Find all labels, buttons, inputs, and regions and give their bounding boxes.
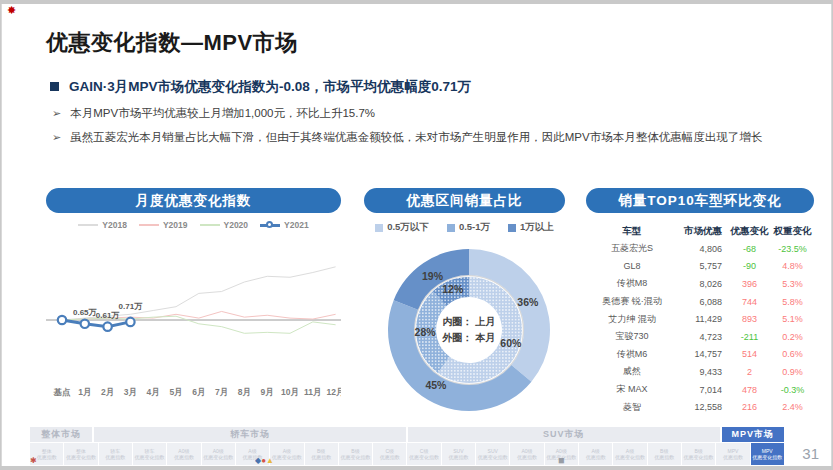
footer-group-MPV市场[interactable]: MPV市场 bbox=[722, 427, 784, 442]
model-name: 宋 MAX bbox=[586, 383, 678, 396]
footer-tab-B级-优惠变化指数[interactable]: B级优惠变化指数 bbox=[682, 443, 715, 465]
donut-legend: 0.5万以下0.5-1万1万以上 bbox=[364, 221, 565, 234]
footer-tab-轿车-优惠指数[interactable]: 轿车优惠指数 bbox=[99, 443, 132, 465]
market-discount: 7,014 bbox=[678, 385, 728, 395]
svg-text:60%: 60% bbox=[500, 337, 522, 349]
footer-tab-整体-优惠变化指数[interactable]: 整体优惠变化指数 bbox=[64, 443, 97, 465]
weight-change: 5.3% bbox=[771, 279, 814, 289]
line-legend-swatch-icon bbox=[139, 224, 159, 226]
discount-change: -90 bbox=[728, 261, 771, 271]
footer-tab-line2: 优惠指数 bbox=[243, 454, 263, 460]
headline-row: GAIN·3月MPV市场优惠变化指数为-0.08，市场平均优惠幅度0.71万 bbox=[50, 78, 471, 96]
footer-tab-B级-优惠变化指数[interactable]: B级优惠变化指数 bbox=[339, 443, 372, 465]
svg-text:4月: 4月 bbox=[147, 387, 160, 397]
footer-tab-A0级-优惠指数[interactable]: A0级优惠指数 bbox=[510, 443, 543, 465]
footer-tab-SUV-优惠变化指数[interactable]: SUV优惠变化指数 bbox=[476, 443, 509, 465]
footer-tab-line2: 优惠指数 bbox=[174, 454, 194, 460]
discount-change: 514 bbox=[728, 349, 771, 359]
line-legend-item: Y2021 bbox=[260, 220, 309, 230]
footer-tab-C级-优惠变化指数[interactable]: C级优惠变化指数 bbox=[407, 443, 440, 465]
footer-tab-MPV-优惠变化指数[interactable]: MPV优惠变化指数 bbox=[751, 443, 784, 465]
line-legend-swatch-icon bbox=[78, 224, 98, 226]
svg-text:12月: 12月 bbox=[327, 387, 341, 397]
table-row: 奥德赛 锐·混动6,0887445.8% bbox=[586, 293, 814, 311]
model-name: 传祺M6 bbox=[586, 348, 678, 361]
discount-change: 2 bbox=[728, 367, 771, 377]
table-row: 威然9,43320.9% bbox=[586, 363, 814, 381]
model-name: 奥德赛 锐·混动 bbox=[586, 295, 678, 308]
line-legend-label: Y2021 bbox=[284, 220, 309, 230]
table-row: 宋 MAX7,014478-0.3% bbox=[586, 381, 814, 399]
svg-text:7月: 7月 bbox=[215, 387, 228, 397]
discount-change: -68 bbox=[728, 244, 771, 254]
svg-text:3月: 3月 bbox=[124, 387, 137, 397]
footer-tab-A0级-优惠变化指数[interactable]: A0级优惠变化指数 bbox=[545, 443, 578, 465]
footer-tab-A级-优惠变化指数[interactable]: A级优惠变化指数 bbox=[270, 443, 303, 465]
market-discount: 8,026 bbox=[678, 279, 728, 289]
footer-tab-SUV-优惠指数[interactable]: SUV优惠指数 bbox=[442, 443, 475, 465]
svg-text:6月: 6月 bbox=[192, 387, 205, 397]
footer-tab-A级-优惠指数[interactable]: A级优惠指数 bbox=[236, 443, 269, 465]
svg-text:10月: 10月 bbox=[281, 387, 299, 397]
model-name: GL8 bbox=[586, 261, 678, 271]
line-legend-swatch-icon bbox=[200, 224, 220, 226]
weight-change: 5.1% bbox=[771, 314, 814, 324]
discount-change: 396 bbox=[728, 279, 771, 289]
footer-tab-line2: 优惠指数 bbox=[723, 454, 743, 460]
footer-tab-line2: 优惠变化指数 bbox=[135, 454, 165, 460]
weight-change: 0.9% bbox=[771, 367, 814, 377]
footer-tab-B级-优惠指数[interactable]: B级优惠指数 bbox=[305, 443, 338, 465]
donut-legend-item: 0.5-1万 bbox=[447, 221, 490, 234]
footer-tab-line2: 优惠变化指数 bbox=[66, 454, 96, 460]
footer-tab-整体-优惠指数[interactable]: 整体优惠指数 bbox=[30, 443, 63, 465]
footer-tab-A0级-优惠变化指数[interactable]: A0级优惠变化指数 bbox=[202, 443, 235, 465]
discount-change: 216 bbox=[728, 402, 771, 412]
market-discount: 5,757 bbox=[678, 261, 728, 271]
discount-change: 478 bbox=[728, 385, 771, 395]
footer-tab-A级-优惠指数[interactable]: A级优惠指数 bbox=[579, 443, 612, 465]
footer-tab-MPV-优惠指数[interactable]: MPV优惠指数 bbox=[716, 443, 749, 465]
table-row: 传祺M88,0263965.3% bbox=[586, 275, 814, 293]
footer-tab-B级-优惠指数[interactable]: B级优惠指数 bbox=[648, 443, 681, 465]
footer-tab-A级-优惠变化指数[interactable]: A级优惠变化指数 bbox=[613, 443, 646, 465]
table-row: 五菱宏光S4,806-68-23.5% bbox=[586, 240, 814, 258]
footer-tab-line2: 优惠变化指数 bbox=[478, 454, 508, 460]
footer-tab-line2: 优惠变化指数 bbox=[615, 454, 645, 460]
top10-table-body: 五菱宏光S4,806-68-23.5%GL85,757-904.8%传祺M88,… bbox=[586, 240, 814, 416]
discount-change: 893 bbox=[728, 314, 771, 324]
market-discount: 4,806 bbox=[678, 244, 728, 254]
footer-group-轿车市场[interactable]: 轿车市场 bbox=[94, 427, 406, 442]
discount-change: 744 bbox=[728, 297, 771, 307]
svg-text:1月: 1月 bbox=[78, 387, 91, 397]
footer-tab-C级-优惠指数[interactable]: C级优惠指数 bbox=[373, 443, 406, 465]
footer-tab-line2: 优惠指数 bbox=[586, 454, 606, 460]
footer-group-SUV市场[interactable]: SUV市场 bbox=[408, 427, 720, 442]
top10-col-header: 市场优惠 bbox=[678, 225, 728, 238]
footer-tab-轿车-优惠变化指数[interactable]: 轿车优惠变化指数 bbox=[133, 443, 166, 465]
slide: ✸ 优惠变化指数—MPV市场 GAIN·3月MPV市场优惠变化指数为-0.08，… bbox=[1, 4, 832, 466]
donut-legend-label: 0.5万以下 bbox=[387, 221, 429, 234]
donut-center-note: 内圈： 上月 外圈： 本月 bbox=[443, 314, 496, 346]
table-row: GL85,757-904.8% bbox=[586, 258, 814, 276]
svg-text:12%: 12% bbox=[442, 283, 464, 295]
footer-tab-A0级-优惠指数[interactable]: A0级优惠指数 bbox=[167, 443, 200, 465]
top10-table: 车型市场优惠优惠变化权重变化 五菱宏光S4,806-68-23.5%GL85,7… bbox=[586, 222, 814, 416]
footer-tab-line2: 优惠变化指数 bbox=[272, 454, 302, 460]
footer-tab-line2: 优惠指数 bbox=[448, 454, 468, 460]
footer-tab-row: 整体优惠指数整体优惠变化指数轿车优惠指数轿车优惠变化指数A0级优惠指数A0级优惠… bbox=[30, 443, 784, 465]
bullet-1: ➢ 本月MPV市场平均优惠较上月增加1,000元，环比上升15.7% bbox=[52, 104, 792, 123]
svg-text:基点: 基点 bbox=[53, 387, 72, 397]
donut-legend-swatch-icon bbox=[375, 224, 383, 232]
footer-group-整体市场[interactable]: 整体市场 bbox=[30, 427, 92, 442]
footer-tab-line2: 优惠指数 bbox=[380, 454, 400, 460]
table-row: 菱智12,5582162.4% bbox=[586, 398, 814, 416]
line-legend-label: Y2020 bbox=[224, 220, 249, 230]
footer-tab-line2: 优惠变化指数 bbox=[546, 454, 576, 460]
square-bullet-icon bbox=[50, 82, 59, 91]
svg-text:0.65万: 0.65万 bbox=[73, 308, 98, 317]
footer-tab-line2: 优惠变化指数 bbox=[203, 454, 233, 460]
arrow-bullet-icon: ➢ bbox=[52, 128, 61, 147]
svg-text:28%: 28% bbox=[415, 326, 437, 338]
donut-center-line1: 内圈： 上月 bbox=[443, 314, 496, 330]
footer-tab-line2: 优惠变化指数 bbox=[752, 454, 782, 460]
